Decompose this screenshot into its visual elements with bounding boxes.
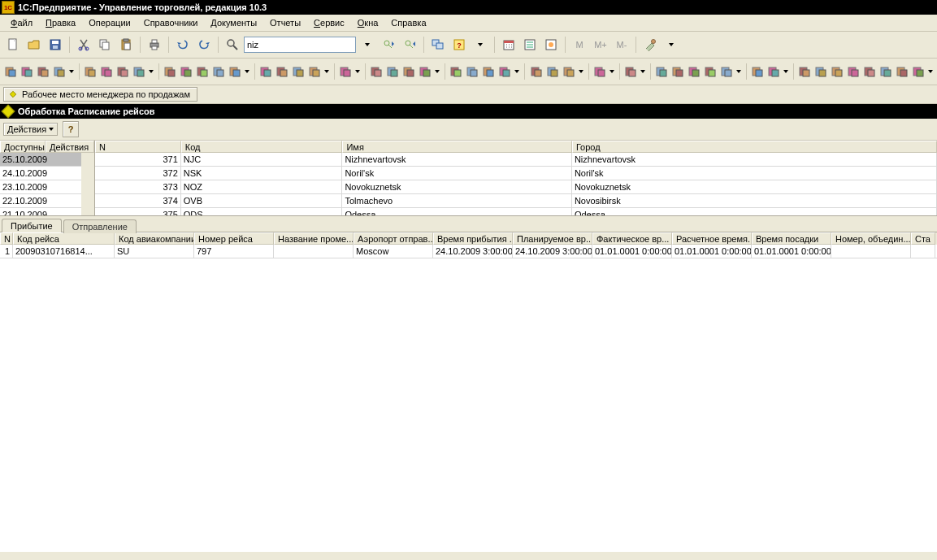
dropdown-icon[interactable]: [640, 62, 646, 81]
flights-col-header[interactable]: Расчетное время...: [672, 232, 752, 245]
toolbar2-icon[interactable]: [830, 62, 844, 81]
toolbar2-icon[interactable]: [497, 62, 512, 81]
menu-правка[interactable]: Правка: [40, 16, 81, 29]
actions-dropdown[interactable]: Действия: [3, 123, 58, 136]
toolbar2-icon[interactable]: [338, 62, 353, 81]
flights-col-header[interactable]: N: [0, 232, 13, 245]
date-row[interactable]: 22.10.2009: [0, 194, 81, 208]
flights-col-header[interactable]: Номер рейса: [194, 232, 274, 245]
toolbar2-icon[interactable]: [529, 62, 544, 81]
subwindow-tab-manager[interactable]: Рабочее место менеджера по продажам: [3, 87, 197, 102]
dropdown-icon[interactable]: [434, 62, 440, 81]
find-icon[interactable]: [223, 35, 242, 54]
toolbar2-icon[interactable]: [481, 62, 496, 81]
toolbar2-icon[interactable]: [52, 62, 67, 81]
flights-col-header[interactable]: Время прибытия ...: [433, 232, 513, 245]
toolbar2-icon[interactable]: [163, 62, 177, 81]
toolbar2-icon[interactable]: [545, 62, 560, 81]
dropdown-icon[interactable]: [735, 62, 742, 81]
toolbar2-icon[interactable]: [654, 62, 669, 81]
dropdown-icon[interactable]: [68, 62, 75, 81]
toolbar2-icon[interactable]: [211, 62, 226, 81]
toolbar2-icon[interactable]: [3, 62, 18, 81]
airports-body[interactable]: 371NJCNizhnevartovskNizhnevartovsk372NSK…: [95, 153, 937, 215]
flights-col-header[interactable]: Время посадки: [752, 232, 831, 245]
toolbar2-icon[interactable]: [275, 62, 289, 81]
toolbar2-icon[interactable]: [465, 62, 479, 81]
toolbar2-icon[interactable]: [592, 62, 607, 81]
date-row[interactable]: 21.10.2009: [0, 208, 81, 215]
dropdown-icon[interactable]: [244, 62, 250, 81]
toolbar2-icon[interactable]: [83, 62, 98, 81]
scrollbar[interactable]: [81, 153, 94, 215]
toolbar2-icon[interactable]: [766, 62, 781, 81]
toolbar2-icon[interactable]: [797, 62, 812, 81]
toolbar2-icon[interactable]: [401, 62, 416, 81]
toolbar2-icon[interactable]: [385, 62, 400, 81]
toolbar2-icon[interactable]: [703, 62, 718, 81]
menu-отчеты[interactable]: Отчеты: [264, 16, 306, 29]
toolbar2-icon[interactable]: [291, 62, 306, 81]
toolbar2-icon[interactable]: [307, 62, 322, 81]
airports-col-header[interactable]: Город: [572, 141, 937, 153]
flights-col-header[interactable]: Код рейса: [13, 232, 115, 245]
tools-icon[interactable]: [640, 35, 660, 54]
settings-icon[interactable]: [541, 35, 561, 54]
toolbar2-icon[interactable]: [449, 62, 463, 81]
toolbar2-icon[interactable]: [670, 62, 685, 81]
search-input[interactable]: [244, 37, 356, 53]
airports-col-header[interactable]: N: [95, 141, 181, 153]
dropdown-icon[interactable]: [354, 62, 361, 81]
todo-icon[interactable]: [520, 35, 540, 54]
dropdown-icon[interactable]: [783, 62, 789, 81]
airports-row[interactable]: 372NSKNoril'skNoril'sk: [95, 167, 937, 180]
dropdown-icon[interactable]: [609, 62, 615, 81]
dates-col-header[interactable]: Доступны: [0, 141, 46, 153]
dates-list[interactable]: 25.10.200924.10.200923.10.200922.10.2009…: [0, 153, 81, 215]
flights-row[interactable]: 120090310716814...SU797Moscow24.10.2009 …: [0, 245, 937, 258]
flights-body[interactable]: 120090310716814...SU797Moscow24.10.2009 …: [0, 245, 937, 552]
toolbar2-icon[interactable]: [846, 62, 861, 81]
copy-icon[interactable]: [95, 35, 115, 54]
menu-справка[interactable]: Справка: [385, 16, 432, 29]
menu-справочники[interactable]: Справочники: [138, 16, 204, 29]
toolbar2-icon[interactable]: [562, 62, 576, 81]
date-row[interactable]: 25.10.2009: [0, 153, 81, 167]
print-icon[interactable]: [145, 35, 164, 54]
airports-row[interactable]: 373NOZNovokuznetskNovokuznetsk: [95, 180, 937, 194]
airports-col-header[interactable]: Код: [181, 141, 343, 153]
dates-col-header[interactable]: Действия: [46, 141, 94, 153]
toolbar2-icon[interactable]: [179, 62, 193, 81]
toolbar2-icon[interactable]: [99, 62, 114, 81]
toolbar2-icon[interactable]: [115, 62, 130, 81]
new-doc-icon[interactable]: [3, 35, 23, 54]
calendar-icon[interactable]: [499, 35, 518, 54]
windows-icon[interactable]: [428, 35, 448, 54]
date-row[interactable]: 23.10.2009: [0, 180, 81, 194]
flights-col-header[interactable]: Ста: [911, 232, 935, 245]
toolbar2-icon[interactable]: [132, 62, 146, 81]
toolbar2-icon[interactable]: [813, 62, 828, 81]
toolbar2-icon[interactable]: [36, 62, 50, 81]
toolbar2-icon[interactable]: [911, 62, 926, 81]
airports-row[interactable]: 375ODSOdessaOdessa: [95, 208, 937, 215]
airports-col-header[interactable]: Имя: [342, 141, 571, 153]
find-prev-icon[interactable]: [379, 35, 398, 54]
toolbar2-icon[interactable]: [195, 62, 210, 81]
search-dropdown-icon[interactable]: [358, 35, 377, 54]
flights-col-header[interactable]: Фактическое вр...: [592, 232, 672, 245]
toolbar2-icon[interactable]: [895, 62, 909, 81]
toolbar2-icon[interactable]: [878, 62, 893, 81]
help-button[interactable]: ?: [63, 121, 79, 137]
flights-col-header[interactable]: Код авиакомпании: [115, 232, 194, 245]
flights-col-header[interactable]: Аэропорт отправ...: [354, 232, 433, 245]
dropdown-icon[interactable]: [471, 35, 490, 54]
open-icon[interactable]: [24, 35, 44, 54]
date-row[interactable]: 24.10.2009: [0, 167, 81, 180]
save-icon[interactable]: [46, 35, 65, 54]
airports-row[interactable]: 374OVBTolmachevoNovosibirsk: [95, 194, 937, 208]
toolbar2-icon[interactable]: [750, 62, 765, 81]
flights-col-header[interactable]: Название проме...: [274, 232, 354, 245]
dropdown-icon[interactable]: [148, 62, 154, 81]
toolbar2-icon[interactable]: [228, 62, 242, 81]
